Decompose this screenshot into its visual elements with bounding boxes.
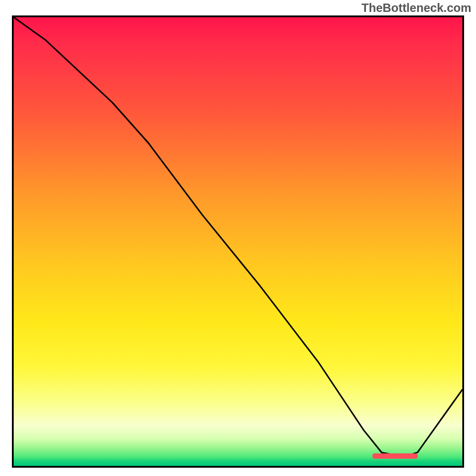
chart-area (12, 15, 464, 468)
optimal-zone-marker (372, 453, 417, 459)
chart-svg (14, 17, 462, 466)
bottleneck-curve (14, 17, 462, 457)
watermark-text: TheBottleneck.com (362, 1, 471, 15)
